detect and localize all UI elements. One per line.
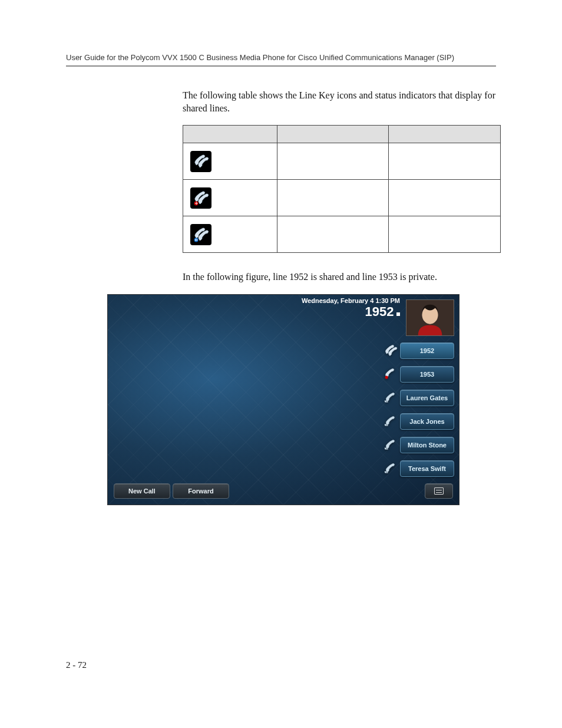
contact-icon — [384, 462, 398, 476]
phone-datetime: Wednesday, February 4 1:30 PM — [108, 297, 400, 304]
phone-current-line: 1952 — [365, 304, 394, 319]
doc-header: User Guide for the Polycom VVX 1500 C Bu… — [66, 53, 496, 67]
speed-dial-teresa-swift[interactable]: Teresa Swift — [384, 459, 454, 479]
line-key-icon-table — [183, 125, 501, 253]
table-header-col3 — [389, 126, 501, 143]
shared-handset-icon — [190, 151, 211, 172]
speed-dial-milton-stone[interactable]: Milton Stone — [384, 435, 454, 455]
figure-caption: In the following figure, line 1952 is sh… — [183, 271, 496, 284]
line-key-label: Jack Jones — [400, 413, 454, 430]
private-line-icon — [384, 367, 398, 381]
line-indicator-icon — [396, 312, 400, 316]
contact-icon — [384, 414, 398, 429]
speed-dial-lauren-gates[interactable]: Lauren Gates — [384, 388, 454, 408]
line-key-1952[interactable]: 1952 — [384, 341, 454, 361]
line-key-label: Lauren Gates — [400, 390, 454, 406]
table-row — [183, 180, 501, 216]
new-call-button[interactable]: New Call — [114, 483, 170, 499]
line-key-label: Milton Stone — [400, 437, 454, 453]
menu-icon — [434, 487, 444, 495]
contact-icon — [384, 438, 398, 452]
speed-dial-jack-jones[interactable]: Jack Jones — [384, 411, 454, 431]
line-key-1953[interactable]: 1953 — [384, 364, 454, 384]
softkey-bar: New Call Forward — [114, 483, 229, 499]
shared-handset-arrow-icon — [190, 187, 211, 209]
contact-icon — [384, 391, 398, 405]
page-number: 2 - 72 — [66, 660, 87, 670]
table-header-col2 — [277, 126, 389, 143]
line-key-label: 1953 — [400, 366, 454, 383]
phone-screenshot: Wednesday, February 4 1:30 PM 1952 1952 — [107, 294, 459, 505]
line-key-label: Teresa Swift — [400, 460, 454, 477]
line-key-label: 1952 — [400, 342, 454, 359]
table-header-col1 — [183, 126, 277, 143]
intro-paragraph: The following table shows the Line Key i… — [183, 89, 496, 114]
shared-handset-hold-icon — [190, 224, 211, 245]
avatar — [406, 299, 454, 336]
line-key-list: 1952 1953 Lauren Gates Jack Jones — [384, 341, 454, 482]
phone-top-bar: Wednesday, February 4 1:30 PM 1952 — [108, 297, 400, 319]
table-row — [183, 216, 501, 253]
forward-button[interactable]: Forward — [173, 483, 229, 499]
shared-line-icon — [384, 344, 398, 358]
table-row — [183, 143, 501, 180]
menu-button[interactable] — [425, 483, 453, 499]
